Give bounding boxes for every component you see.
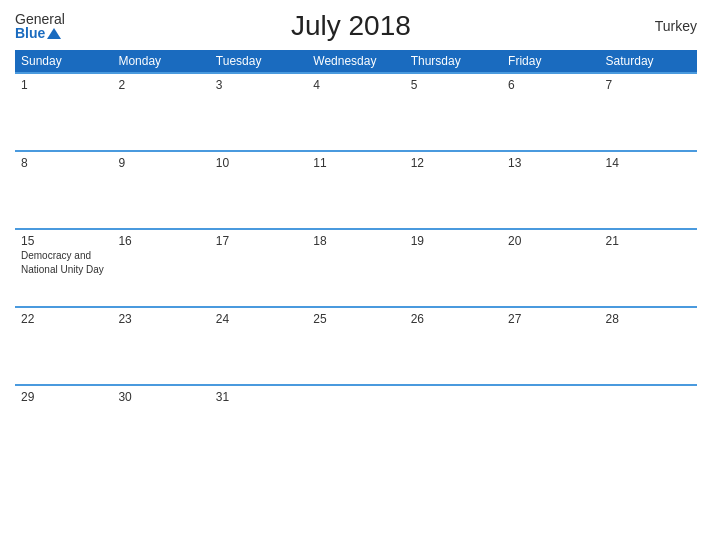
day-number: 19 bbox=[411, 234, 496, 248]
day-number: 9 bbox=[118, 156, 203, 170]
header-friday: Friday bbox=[502, 50, 599, 73]
header-tuesday: Tuesday bbox=[210, 50, 307, 73]
day-number: 10 bbox=[216, 156, 301, 170]
calendar-week-row: 293031 bbox=[15, 385, 697, 463]
calendar-cell: 20 bbox=[502, 229, 599, 307]
calendar-cell: 23 bbox=[112, 307, 209, 385]
calendar-cell: 18 bbox=[307, 229, 404, 307]
day-number: 13 bbox=[508, 156, 593, 170]
day-number: 21 bbox=[606, 234, 691, 248]
calendar-table: Sunday Monday Tuesday Wednesday Thursday… bbox=[15, 50, 697, 463]
calendar-week-row: 22232425262728 bbox=[15, 307, 697, 385]
calendar-cell: 7 bbox=[600, 73, 697, 151]
day-number: 12 bbox=[411, 156, 496, 170]
day-number: 22 bbox=[21, 312, 106, 326]
day-number: 8 bbox=[21, 156, 106, 170]
day-number: 27 bbox=[508, 312, 593, 326]
day-number: 6 bbox=[508, 78, 593, 92]
calendar-cell: 6 bbox=[502, 73, 599, 151]
calendar-cell: 13 bbox=[502, 151, 599, 229]
day-number: 29 bbox=[21, 390, 106, 404]
calendar-cell bbox=[405, 385, 502, 463]
calendar-cell: 2 bbox=[112, 73, 209, 151]
country-name: Turkey bbox=[637, 18, 697, 34]
calendar-container: General Blue July 2018 Turkey Sunday Mon… bbox=[0, 0, 712, 550]
calendar-cell: 14 bbox=[600, 151, 697, 229]
calendar-cell: 24 bbox=[210, 307, 307, 385]
header-wednesday: Wednesday bbox=[307, 50, 404, 73]
day-number: 28 bbox=[606, 312, 691, 326]
calendar-cell: 15Democracy and National Unity Day bbox=[15, 229, 112, 307]
calendar-cell: 26 bbox=[405, 307, 502, 385]
calendar-week-row: 891011121314 bbox=[15, 151, 697, 229]
calendar-cell: 9 bbox=[112, 151, 209, 229]
day-number: 20 bbox=[508, 234, 593, 248]
calendar-cell bbox=[600, 385, 697, 463]
calendar-week-row: 1234567 bbox=[15, 73, 697, 151]
header-thursday: Thursday bbox=[405, 50, 502, 73]
calendar-cell: 28 bbox=[600, 307, 697, 385]
day-number: 23 bbox=[118, 312, 203, 326]
day-number: 1 bbox=[21, 78, 106, 92]
calendar-cell: 27 bbox=[502, 307, 599, 385]
day-number: 30 bbox=[118, 390, 203, 404]
calendar-cell: 8 bbox=[15, 151, 112, 229]
calendar-cell: 31 bbox=[210, 385, 307, 463]
weekday-header-row: Sunday Monday Tuesday Wednesday Thursday… bbox=[15, 50, 697, 73]
day-number: 4 bbox=[313, 78, 398, 92]
event-label: Democracy and National Unity Day bbox=[21, 250, 104, 275]
calendar-cell: 17 bbox=[210, 229, 307, 307]
logo-general-text: General bbox=[15, 12, 65, 26]
calendar-cell: 3 bbox=[210, 73, 307, 151]
calendar-cell: 25 bbox=[307, 307, 404, 385]
day-number: 14 bbox=[606, 156, 691, 170]
calendar-week-row: 15Democracy and National Unity Day161718… bbox=[15, 229, 697, 307]
month-title: July 2018 bbox=[65, 10, 637, 42]
calendar-cell: 19 bbox=[405, 229, 502, 307]
calendar-cell: 29 bbox=[15, 385, 112, 463]
day-number: 15 bbox=[21, 234, 106, 248]
logo: General Blue bbox=[15, 12, 65, 40]
day-number: 17 bbox=[216, 234, 301, 248]
day-number: 24 bbox=[216, 312, 301, 326]
calendar-cell: 21 bbox=[600, 229, 697, 307]
calendar-cell bbox=[307, 385, 404, 463]
day-number: 5 bbox=[411, 78, 496, 92]
day-number: 31 bbox=[216, 390, 301, 404]
logo-triangle-icon bbox=[47, 28, 61, 39]
header-monday: Monday bbox=[112, 50, 209, 73]
calendar-cell: 16 bbox=[112, 229, 209, 307]
day-number: 7 bbox=[606, 78, 691, 92]
calendar-cell: 12 bbox=[405, 151, 502, 229]
calendar-cell: 1 bbox=[15, 73, 112, 151]
calendar-cell: 10 bbox=[210, 151, 307, 229]
day-number: 16 bbox=[118, 234, 203, 248]
calendar-cell: 22 bbox=[15, 307, 112, 385]
logo-blue-text: Blue bbox=[15, 26, 45, 40]
calendar-cell bbox=[502, 385, 599, 463]
calendar-cell: 4 bbox=[307, 73, 404, 151]
calendar-cell: 5 bbox=[405, 73, 502, 151]
day-number: 26 bbox=[411, 312, 496, 326]
calendar-cell: 30 bbox=[112, 385, 209, 463]
day-number: 2 bbox=[118, 78, 203, 92]
header-saturday: Saturday bbox=[600, 50, 697, 73]
calendar-header: General Blue July 2018 Turkey bbox=[15, 10, 697, 42]
day-number: 18 bbox=[313, 234, 398, 248]
day-number: 11 bbox=[313, 156, 398, 170]
calendar-cell: 11 bbox=[307, 151, 404, 229]
day-number: 25 bbox=[313, 312, 398, 326]
day-number: 3 bbox=[216, 78, 301, 92]
header-sunday: Sunday bbox=[15, 50, 112, 73]
